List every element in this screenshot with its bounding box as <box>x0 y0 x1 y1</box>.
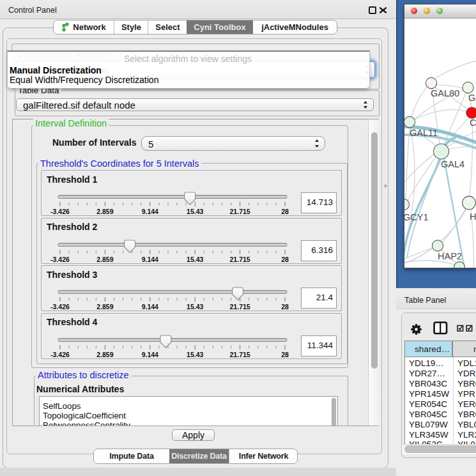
svg-text:H: H <box>470 211 476 222</box>
svg-text:HAP2: HAP2 <box>438 251 462 261</box>
svg-text:GA: GA <box>468 93 476 103</box>
svg-text:GAL80: GAL80 <box>431 88 459 98</box>
svg-text:GAL11: GAL11 <box>410 128 438 138</box>
svg-text:GAL4: GAL4 <box>441 159 464 169</box>
svg-text:GCY1: GCY1 <box>404 212 429 222</box>
svg-text:C: C <box>470 118 476 128</box>
